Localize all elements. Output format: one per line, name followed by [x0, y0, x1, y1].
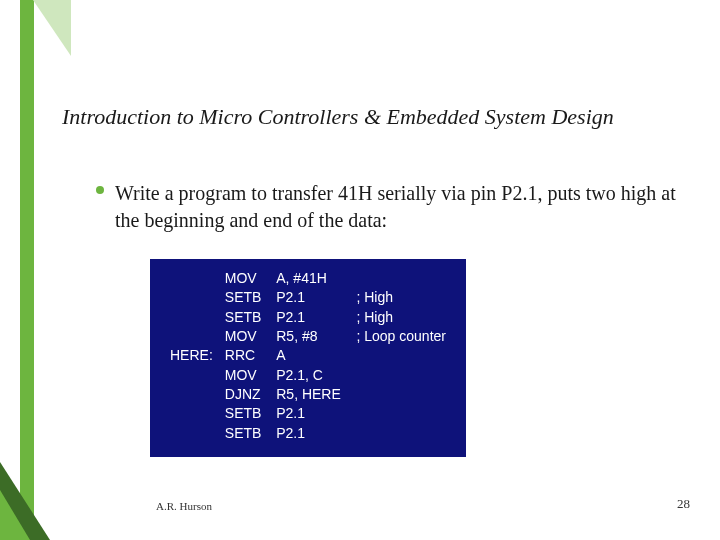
slide-title: Introduction to Micro Controllers & Embe… [62, 104, 690, 130]
code-arg: P2.1, C [270, 366, 350, 385]
code-label [164, 327, 219, 346]
code-op: SETB [219, 424, 270, 443]
code-label [164, 385, 219, 404]
code-arg: P2.1 [270, 288, 350, 307]
left-accent-bar [20, 0, 34, 540]
code-comment [350, 366, 452, 385]
code-table: MOVA, #41HSETBP2.1; HighSETBP2.1; HighMO… [164, 269, 452, 443]
bottom-triangle-light [0, 490, 30, 540]
code-op: MOV [219, 366, 270, 385]
code-op: DJNZ [219, 385, 270, 404]
code-comment [350, 346, 452, 365]
code-label [164, 288, 219, 307]
code-row: MOVP2.1, C [164, 366, 452, 385]
code-op: RRC [219, 346, 270, 365]
code-op: SETB [219, 404, 270, 423]
code-arg: R5, HERE [270, 385, 350, 404]
code-op: SETB [219, 288, 270, 307]
code-op: SETB [219, 308, 270, 327]
code-label [164, 424, 219, 443]
code-comment: ; High [350, 288, 452, 307]
slide-body-text: Write a program to transfer 41H serially… [115, 180, 680, 234]
code-arg: R5, #8 [270, 327, 350, 346]
code-comment: ; High [350, 308, 452, 327]
code-comment [350, 424, 452, 443]
top-triangle-decoration [33, 0, 71, 56]
code-label: HERE: [164, 346, 219, 365]
code-comment [350, 404, 452, 423]
code-op: MOV [219, 327, 270, 346]
code-row: HERE:RRCA [164, 346, 452, 365]
code-arg: A [270, 346, 350, 365]
code-comment [350, 385, 452, 404]
code-op: MOV [219, 269, 270, 288]
code-label [164, 366, 219, 385]
code-label [164, 269, 219, 288]
code-arg: P2.1 [270, 424, 350, 443]
code-comment: ; Loop counter [350, 327, 452, 346]
bullet-icon [96, 186, 104, 194]
code-row: SETBP2.1 [164, 424, 452, 443]
code-comment [350, 269, 452, 288]
code-arg: A, #41H [270, 269, 350, 288]
footer-author: A.R. Hurson [156, 500, 212, 512]
code-row: SETBP2.1; High [164, 288, 452, 307]
code-row: SETBP2.1; High [164, 308, 452, 327]
code-label [164, 404, 219, 423]
code-arg: P2.1 [270, 308, 350, 327]
footer-page-number: 28 [677, 496, 690, 512]
code-row: DJNZR5, HERE [164, 385, 452, 404]
code-arg: P2.1 [270, 404, 350, 423]
code-label [164, 308, 219, 327]
code-row: SETBP2.1 [164, 404, 452, 423]
code-block: MOVA, #41HSETBP2.1; HighSETBP2.1; HighMO… [150, 259, 466, 457]
code-row: MOVA, #41H [164, 269, 452, 288]
code-row: MOVR5, #8; Loop counter [164, 327, 452, 346]
